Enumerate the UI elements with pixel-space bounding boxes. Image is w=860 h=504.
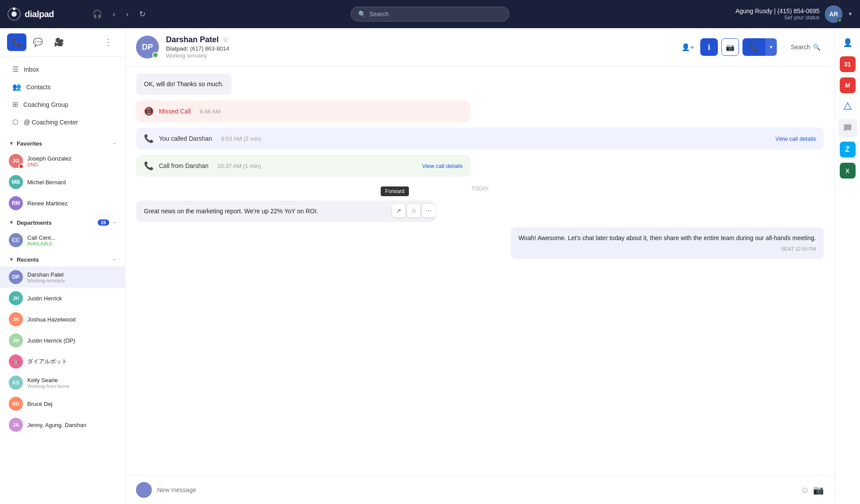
- user-profile-button[interactable]: 👤: [838, 33, 857, 52]
- star-message-button[interactable]: ☆: [407, 204, 420, 217]
- date-separator: TODAY: [136, 186, 824, 192]
- favorites-section-title: Favorites: [17, 140, 113, 147]
- refresh-button[interactable]: ↻: [136, 7, 148, 22]
- back-button[interactable]: ‹: [110, 7, 118, 22]
- global-search-bar[interactable]: 🔍 Search: [351, 7, 509, 22]
- sidebar-item-coaching-group[interactable]: ⊞ Coaching Group: [4, 96, 121, 113]
- forward-button[interactable]: ›: [123, 7, 131, 22]
- favorites-minus-icon[interactable]: −: [113, 140, 116, 147]
- recent-jenny-agung-darshan[interactable]: JA Jenny, Agung, Darshan: [0, 414, 125, 435]
- sidebar-item-label: Inbox: [24, 66, 39, 73]
- view-call-details-link[interactable]: View call details: [422, 163, 463, 169]
- message-received: OK, will do! Thanks so much.: [136, 73, 232, 95]
- favorite-renee-martinez[interactable]: RM Renee Martinez: [0, 193, 125, 214]
- favorites-chevron-icon: ▼: [9, 140, 14, 146]
- emoji-button[interactable]: ☺: [801, 485, 809, 495]
- svg-point-2: [13, 7, 15, 10]
- recent-bruce-dej[interactable]: BD Bruce Dej: [0, 393, 125, 414]
- message-text: OK, will do! Thanks so much.: [144, 80, 224, 88]
- right-sidebar: 👤 31 M Z X: [834, 28, 860, 504]
- recent-dialbot[interactable]: 🤖 ダイアルボット: [0, 351, 125, 372]
- message-time: SENT 12:58 PM: [518, 245, 816, 253]
- phone-tab[interactable]: 📞: [7, 33, 26, 51]
- excel-app-button[interactable]: X: [840, 163, 856, 179]
- view-call-details-link[interactable]: View call details: [775, 135, 816, 142]
- calendar-app-button[interactable]: 31: [840, 56, 856, 72]
- favorites-actions: −: [113, 140, 116, 147]
- recent-justin-herrick[interactable]: JH Justin Herrick: [0, 288, 125, 309]
- message-input[interactable]: [157, 486, 795, 493]
- avatar: JH: [9, 291, 23, 305]
- chat-tab[interactable]: 💬: [28, 33, 48, 51]
- department-avatar: CC: [9, 233, 23, 247]
- departments-section-title: Departments: [17, 219, 98, 226]
- sidebar-item-coaching-center[interactable]: ⬡ @ Coaching Center: [4, 113, 121, 131]
- contact-name: Darshan Patel: [27, 271, 65, 278]
- app-logo: dialpad: [7, 7, 86, 21]
- recent-kelly-searle[interactable]: KS Kelly Searle Working from home: [0, 372, 125, 393]
- chat-header-actions: 👤+ ℹ 📷 📞 ▾: [679, 38, 777, 56]
- left-sidebar: 📞 💬 🎥 ⋮ ☰ Inbox 👥 Contacts ⊞ Coaching Gr…: [0, 28, 125, 504]
- recents-minus-icon[interactable]: −: [113, 256, 116, 263]
- departments-minus-icon[interactable]: −: [113, 219, 116, 226]
- dropdown-arrow-icon[interactable]: ▼: [848, 11, 853, 17]
- more-message-options-button[interactable]: ⋯: [422, 204, 435, 217]
- search-placeholder: Search: [369, 11, 389, 18]
- call-time: 9:46 AM: [199, 108, 221, 115]
- contact-status: DND: [27, 162, 71, 167]
- recent-justin-herrick-dp[interactable]: JH Justin Herrick (DP): [0, 330, 125, 351]
- message-received: Great news on the marketing report. We'r…: [136, 201, 435, 222]
- more-options-button[interactable]: ⋮: [99, 33, 118, 51]
- department-call-center[interactable]: CC Call Cent... AVAILABLE: [0, 230, 125, 251]
- gmail-app-button[interactable]: M: [840, 77, 856, 93]
- call-time: 10:37 AM (1 min): [217, 163, 261, 169]
- message-sent: Woah! Awesome. Let's chat later today ab…: [511, 227, 824, 259]
- contact-subtitle: Working remotely: [27, 278, 65, 283]
- contact-name: Joseph Gonzalez: [27, 155, 71, 162]
- departments-badge: 28: [98, 219, 109, 226]
- share-message-button[interactable]: ↗: [392, 204, 405, 217]
- avatar-initials: AR: [829, 11, 838, 18]
- favorite-star-icon[interactable]: ☆: [222, 36, 228, 44]
- avatar: 🤖: [9, 354, 23, 369]
- recents-section-title: Recents: [17, 256, 113, 263]
- call-dropdown-button[interactable]: ▾: [765, 38, 777, 56]
- avatar: MB: [9, 175, 23, 189]
- recents-section-header[interactable]: ▼ Recents −: [0, 252, 125, 267]
- contact-name: Justin Herrick (DP): [27, 337, 75, 344]
- departments-section-header[interactable]: ▼ Departments 28 −: [0, 215, 125, 230]
- contact-name: Renee Martinez: [27, 200, 68, 207]
- search-chat-button[interactable]: Search 🔍: [787, 41, 824, 53]
- gdrive-app-button[interactable]: [840, 99, 856, 114]
- contact-avatar: DP: [136, 36, 159, 58]
- call-button[interactable]: 📞: [742, 38, 765, 56]
- avatar[interactable]: AR: [825, 5, 842, 23]
- video-call-button[interactable]: 📷: [721, 38, 739, 56]
- zendesk-app-button[interactable]: Z: [840, 142, 856, 157]
- search-icon: 🔍: [358, 11, 366, 18]
- favorites-section-header[interactable]: ▼ Favorites −: [0, 136, 125, 150]
- contact-name: Michel Bernard: [27, 179, 66, 186]
- recent-joshua-hazelwood[interactable]: JH Joshua Hazelwood: [0, 309, 125, 330]
- user-status-text[interactable]: Set your status: [735, 15, 820, 21]
- call-label: Missed Call: [159, 108, 191, 115]
- favorite-michel-bernard[interactable]: MB Michel Bernard: [0, 172, 125, 193]
- chat-bubble-button[interactable]: [838, 119, 857, 137]
- search-label: Search: [791, 44, 810, 51]
- user-section: Agung Rusdy | (415) 854-0695 Set your st…: [735, 5, 853, 23]
- contact-name: Kelly Searle: [27, 377, 70, 383]
- message-actions: ↗ ☆ ⋯: [392, 204, 435, 217]
- video-tab[interactable]: 🎥: [49, 33, 69, 51]
- sidebar-toolbar: 📞 💬 🎥 ⋮: [0, 28, 125, 57]
- user-name: Agung Rusdy | (415) 854-0695: [735, 7, 820, 15]
- add-person-button[interactable]: 👤+: [679, 38, 697, 56]
- sidebar-item-inbox[interactable]: ☰ Inbox: [4, 61, 121, 78]
- sidebar-item-contacts[interactable]: 👥 Contacts: [4, 78, 121, 95]
- favorite-joseph-gonzalez[interactable]: JG Joseph Gonzalez DND: [0, 150, 125, 172]
- headset-icon[interactable]: 🎧: [90, 7, 105, 22]
- recent-darshan-patel[interactable]: DP Darshan Patel Working remotely: [0, 267, 125, 288]
- info-button[interactable]: ℹ: [700, 38, 718, 56]
- camera-button[interactable]: 📷: [813, 485, 824, 495]
- forward-tooltip: Forward: [381, 186, 409, 196]
- sidebar-item-label: Contacts: [26, 84, 51, 91]
